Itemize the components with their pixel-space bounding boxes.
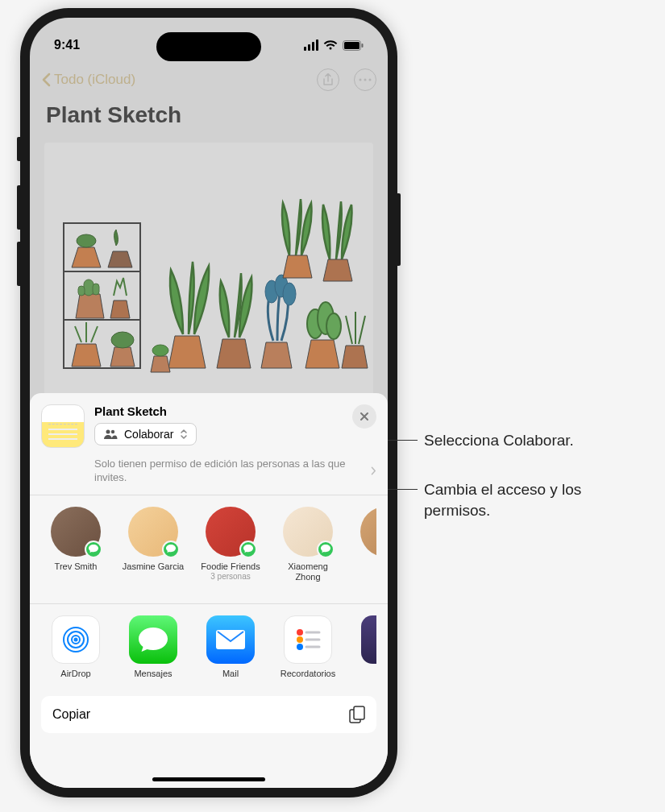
permissions-button[interactable]: Solo tienen permiso de edición las perso…: [94, 458, 376, 485]
share-title: Plant Sketch: [94, 404, 376, 418]
volume-up: [17, 185, 20, 230]
collaborate-select[interactable]: Colaborar: [94, 423, 197, 445]
messages-badge-icon: [85, 541, 102, 558]
screen: 9:41 Todo (iCloud) Plant Sketch: [30, 18, 388, 788]
share-sheet: Plant Sketch Colaborar Solo tienen permi…: [30, 393, 388, 788]
contact-name: Jasmine Garcia: [122, 561, 185, 572]
permissions-label: Solo tienen permiso de edición las perso…: [94, 458, 368, 485]
dynamic-island: [156, 32, 261, 61]
svg-point-26: [74, 638, 78, 642]
svg-rect-1: [344, 42, 360, 49]
contact-item[interactable]: Trev Smith: [44, 507, 107, 582]
app-airdrop[interactable]: AirDrop: [44, 615, 107, 678]
messages-badge-icon: [317, 541, 335, 558]
avatar: [283, 507, 333, 557]
contact-item[interactable]: C: [354, 507, 376, 582]
avatar: [128, 507, 178, 557]
status-icons: [304, 39, 364, 51]
avatar: [360, 507, 376, 557]
messages-icon: [129, 615, 177, 664]
contact-name: Xiaomeng Zhong: [276, 561, 339, 582]
battery-icon: [343, 40, 364, 51]
close-icon: [360, 412, 369, 421]
airdrop-icon: [52, 615, 100, 664]
svg-point-30: [297, 644, 303, 650]
chevron-right-icon: [371, 466, 376, 475]
callout-text: Cambia el acceso y los permisos.: [424, 479, 601, 520]
svg-point-28: [297, 629, 303, 636]
notes-app-icon: [41, 404, 85, 448]
apps-row: AirDrop Mensajes Mail: [41, 604, 376, 690]
contact-sub: 3 personas: [199, 572, 262, 581]
messages-badge-icon: [162, 541, 180, 558]
other-app-icon: [361, 615, 376, 664]
wifi-icon: [323, 39, 338, 51]
app-reminders[interactable]: Recordatorios: [276, 615, 339, 678]
contact-item[interactable]: Xiaomeng Zhong: [276, 507, 339, 582]
status-time: 9:41: [54, 38, 80, 52]
svg-rect-35: [354, 706, 364, 719]
app-messages[interactable]: Mensajes: [122, 615, 185, 678]
iphone-frame: 9:41 Todo (iCloud) Plant Sketch: [20, 8, 397, 798]
volume-down: [17, 242, 20, 286]
avatar: [51, 507, 101, 557]
contact-name: Trev Smith: [44, 561, 107, 572]
app-other[interactable]: [354, 615, 376, 678]
home-indicator[interactable]: [152, 777, 265, 781]
copy-action[interactable]: Copiar: [41, 696, 376, 733]
messages-badge-icon: [239, 541, 257, 558]
people-icon: [103, 429, 118, 439]
reminders-icon: [284, 615, 332, 664]
app-label: Mail: [199, 669, 262, 678]
mute-switch: [17, 137, 20, 161]
app-mail[interactable]: Mail: [199, 615, 262, 678]
contact-name: C: [354, 561, 376, 572]
app-label: AirDrop: [44, 669, 107, 678]
contact-item[interactable]: Jasmine Garcia: [122, 507, 185, 582]
svg-point-22: [111, 430, 114, 433]
contact-item[interactable]: Foodie Friends 3 personas: [199, 507, 262, 582]
avatar: [206, 507, 256, 557]
chevron-updown-icon: [180, 429, 188, 440]
app-label: Mensajes: [122, 669, 185, 678]
svg-point-21: [106, 430, 110, 434]
collaborate-label: Colaborar: [124, 428, 173, 441]
cellular-icon: [304, 39, 318, 51]
app-label: Recordatorios: [276, 669, 339, 678]
svg-rect-2: [362, 44, 364, 48]
contact-name: Foodie Friends: [199, 561, 262, 572]
copy-label: Copiar: [52, 707, 90, 722]
close-button[interactable]: [352, 404, 376, 429]
copy-icon: [349, 706, 365, 723]
power-button: [397, 193, 401, 266]
callout-text: Selecciona Colaborar.: [424, 430, 574, 451]
contacts-row: Trev Smith Jasmine Garcia Foodie Friends…: [41, 495, 376, 594]
svg-point-29: [297, 636, 303, 643]
mail-icon: [206, 615, 255, 664]
